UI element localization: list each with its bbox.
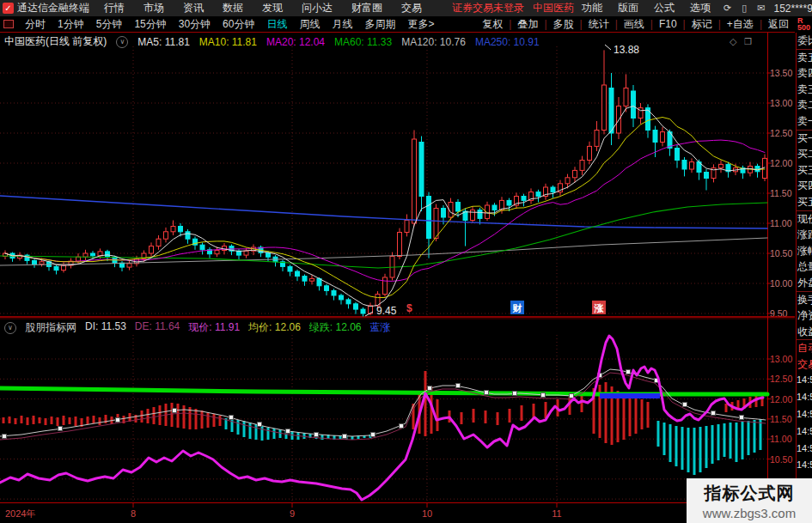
menu-item-7[interactable]: 交易 <box>392 1 431 15</box>
menu-item-4[interactable]: 发现 <box>253 1 292 15</box>
toolbar-item-5[interactable]: F10 <box>653 18 683 30</box>
axis-label: ◇ <box>730 36 737 46</box>
axis-label: 12.50 <box>770 128 792 138</box>
axis-label: 13.88 <box>614 44 639 56</box>
period-item-9[interactable]: 多周期 <box>358 17 401 32</box>
sidebar-row-18: 收益 <box>797 324 812 340</box>
axis-label: 12.50 <box>770 374 792 384</box>
period-item-7[interactable]: 周线 <box>293 17 326 32</box>
period-item-0[interactable]: 分时 <box>19 17 52 32</box>
axis-label: 11.50 <box>770 414 792 424</box>
chart-mode-icon[interactable] <box>3 20 14 28</box>
period-item-2[interactable]: 5分钟 <box>90 17 129 32</box>
toolbar-item-7[interactable]: +自选 <box>721 17 760 32</box>
sidebar-row-17: 净资 <box>797 307 812 324</box>
sidebar-row-8: 买三 <box>797 162 812 179</box>
axis-label: 财 <box>512 303 522 313</box>
tick-time-5: 14:56 <box>797 457 812 474</box>
toolbar-item-6[interactable]: 标记 <box>686 17 718 32</box>
ma-value-5: MA250: 10.91 <box>475 36 540 48</box>
ma-values: MA5: 11.81MA10: 11.81MA20: 12.04MA60: 11… <box>137 36 539 48</box>
axis-label: 10.00 <box>770 278 792 289</box>
menu-right: 功能版面公式选项 ⟳▯✉ 152****9892 <box>574 1 812 15</box>
ma-value-2: MA20: 12.04 <box>266 36 325 48</box>
tick-time-2: 14:56 <box>797 406 812 423</box>
period-item-6[interactable]: 日线 <box>260 17 293 32</box>
toolbar-item-3[interactable]: 统计 <box>583 17 615 32</box>
toolbar-item-8[interactable]: 返回 <box>762 17 795 32</box>
mobile-icon[interactable]: ▯ <box>736 3 752 14</box>
toolbar-right-items: 复权|叠加|多股|统计|画线|F10|标记|+自选|返回 <box>476 17 795 32</box>
menu-right-item-2[interactable]: 公式 <box>646 1 682 15</box>
indicator-field-1: DE: 11.64 <box>135 320 180 335</box>
indicator-field-4: 绿跌: 12.06 <box>309 320 362 335</box>
period-item-8[interactable]: 月线 <box>326 17 358 32</box>
main-chart[interactable]: 13.5013.0012.5012.0011.5011.0010.5010.00… <box>0 0 812 523</box>
menu-right-item-0[interactable]: 功能 <box>574 1 610 15</box>
period-item-3[interactable]: 15分钟 <box>128 17 172 32</box>
menu-item-1[interactable]: 市场 <box>134 1 174 15</box>
ma-value-3: MA60: 11.33 <box>334 36 392 48</box>
menu-right-item-1[interactable]: 版面 <box>610 1 646 15</box>
axis-label: 9 <box>290 508 295 519</box>
axis-label: 13.00 <box>770 98 792 108</box>
menu-items: 行情市场资讯数据发现问小达财富圈交易 <box>95 1 431 15</box>
period-item-10[interactable]: 更多> <box>401 17 440 32</box>
sidebar-row-6: 买一 <box>797 130 812 147</box>
axis-label: 10.50 <box>770 454 792 465</box>
menu-bar: ✓ 通达信金融终端 行情市场资讯数据发现问小达财富圈交易 证券交易未登录 中国医… <box>0 0 812 16</box>
toolbar-item-4[interactable]: 画线 <box>618 17 650 32</box>
menu-item-2[interactable]: 资讯 <box>174 1 213 15</box>
watermark-url: www.zbgs3.com <box>687 506 812 520</box>
refresh-icon[interactable]: ⟳ <box>718 3 736 14</box>
account-phone: 152****9892 <box>774 3 812 15</box>
period-item-5[interactable]: 60分钟 <box>217 17 260 32</box>
sidebar-row-5: 卖一 <box>797 113 812 130</box>
sidebar-row-3: 卖三 <box>797 82 812 98</box>
trade-login-status[interactable]: 证券交易未登录 <box>452 1 524 15</box>
indicator-values: DI: 11.53DE: 11.64现价: 11.91均价: 12.06绿跌: … <box>85 320 391 335</box>
period-item-4[interactable]: 30分钟 <box>173 17 217 32</box>
chevron-down-icon[interactable]: ∨ <box>4 322 16 334</box>
axis-label: 11.00 <box>770 218 792 228</box>
sidebar-row-10: 买五 <box>797 194 812 210</box>
period-items: 分时1分钟5分钟15分钟30分钟60分钟日线周线月线多周期更多> <box>19 17 440 32</box>
tick-time-4: 14:56 <box>797 441 812 458</box>
app-logo-icon: ✓ <box>3 3 14 14</box>
menu-item-0[interactable]: 行情 <box>95 1 134 15</box>
axis-label: 10 <box>422 508 432 519</box>
chart-header: 中国医药(日线 前复权) ∨ MA5: 11.81MA10: 11.81MA20… <box>4 34 540 49</box>
mail-icon[interactable]: ✉ <box>752 3 770 14</box>
menu-item-6[interactable]: 财富圈 <box>342 1 392 15</box>
indicator-field-0: DI: 11.53 <box>85 320 126 335</box>
toolbar-item-0[interactable]: 复权 <box>476 17 509 32</box>
auto-trade-label: 自动 <box>797 339 812 356</box>
period-toolbar: 分时1分钟5分钟15分钟30分钟60分钟日线周线月线多周期更多> 复权|叠加|多… <box>0 16 795 33</box>
axis-label: 11 <box>552 508 561 519</box>
menu-right-item-3[interactable]: 选项 <box>682 1 718 15</box>
terminal-window: 13.5013.0012.5012.0011.5011.0010.5010.00… <box>0 0 812 523</box>
menu-item-3[interactable]: 数据 <box>213 1 253 15</box>
period-item-1[interactable]: 1分钟 <box>52 17 90 32</box>
axis-label: $ <box>406 302 412 314</box>
sidebar-row-13: 涨幅 <box>797 243 812 259</box>
axis-label: 2024年 <box>5 508 35 519</box>
menu-item-5[interactable]: 问小达 <box>292 1 342 15</box>
ma-value-1: MA10: 11.81 <box>199 36 257 48</box>
sidebar-row-12: 涨跌 <box>797 227 812 243</box>
sidebar-row-7: 买二 <box>797 146 812 162</box>
current-symbol[interactable]: 中国医药 <box>533 1 574 15</box>
indicator-field-3: 均价: 12.06 <box>248 320 301 335</box>
quote-sidebar[interactable]: 委比卖五卖四卖三卖二卖一买一买二买三买四买五现价涨跌涨幅总量外盘换手净资收益自动… <box>796 33 812 523</box>
chevron-down-icon[interactable]: ∨ <box>116 36 128 48</box>
indicator-header: ∨ 股朋指标网 DI: 11.53DE: 11.64现价: 11.91均价: 1… <box>4 320 391 335</box>
sidebar-row-14: 总量 <box>797 258 812 275</box>
toolbar-item-2[interactable]: 多股 <box>547 17 580 32</box>
app-title: 通达信金融终端 <box>17 1 89 15</box>
toolbar-item-1[interactable]: 叠加 <box>511 17 544 32</box>
sidebar-row-11: 现价 <box>797 210 812 228</box>
r-badge[interactable]: R 500 <box>797 17 810 31</box>
r-value: 500 <box>797 24 810 31</box>
axis-label: 8 <box>131 508 136 519</box>
sidebar-row-2: 卖四 <box>797 65 812 82</box>
